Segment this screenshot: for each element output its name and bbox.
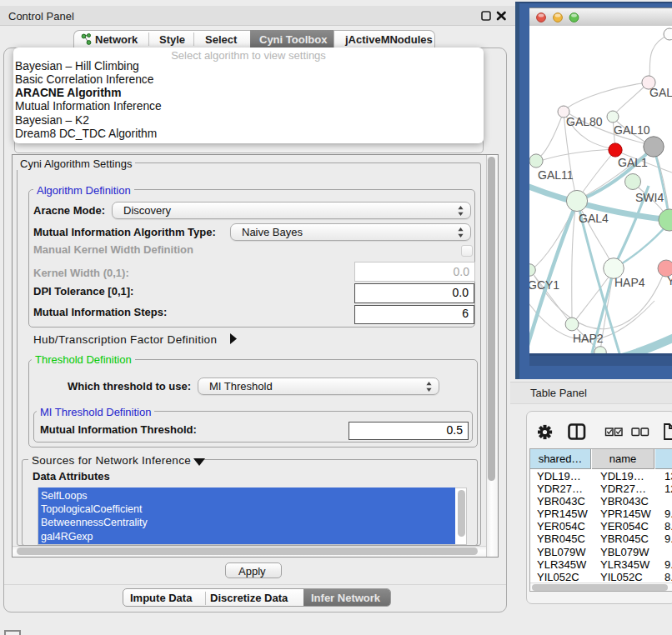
svg-text:SWI4: SWI4 xyxy=(635,191,664,204)
svg-text:GAL11: GAL11 xyxy=(538,168,574,182)
svg-text:HAP2: HAP2 xyxy=(573,332,604,345)
svg-text:GAL80: GAL80 xyxy=(566,115,603,128)
svg-text:GAL1: GAL1 xyxy=(618,156,648,169)
svg-text:Y: Y xyxy=(667,274,672,288)
svg-text:GAL7: GAL7 xyxy=(649,86,672,99)
svg-text:HAP4: HAP4 xyxy=(614,276,645,289)
svg-text:GAL10: GAL10 xyxy=(614,123,650,137)
svg-text:GAL4: GAL4 xyxy=(579,212,609,225)
svg-text:GCY1: GCY1 xyxy=(529,278,559,292)
